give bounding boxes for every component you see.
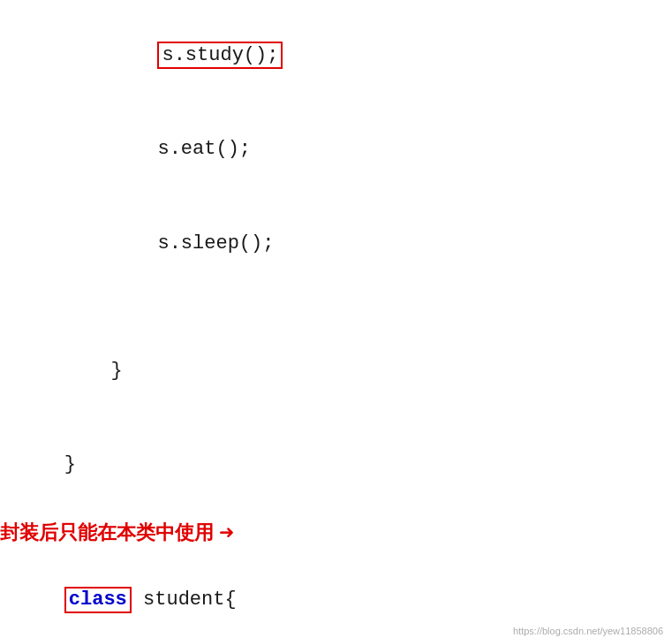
code-area: s.study(); s.eat(); s.sleep(); } } 封装后只能… bbox=[0, 0, 672, 638]
annotation-text: 封装后只能在本类中使用 bbox=[0, 520, 214, 546]
indent-1 bbox=[64, 44, 158, 66]
arrow-icon: ➜ bbox=[219, 518, 234, 548]
study-call-box: s.study(); bbox=[157, 42, 283, 69]
code-line-5: } bbox=[0, 418, 672, 512]
code-line-1: s.study(); bbox=[0, 9, 672, 103]
class-rest: student{ bbox=[132, 589, 237, 611]
code-line-4: } bbox=[0, 324, 672, 418]
watermark: https://blog.csdn.net/yew11858806 bbox=[513, 626, 663, 636]
code-line-2: s.eat(); bbox=[0, 103, 672, 196]
code-line-blank1 bbox=[0, 291, 672, 324]
annotation-line: 封装后只能在本类中使用 ➜ bbox=[0, 514, 672, 551]
code-line-3: s.sleep(); bbox=[0, 197, 672, 291]
class-keyword: class bbox=[64, 587, 132, 613]
